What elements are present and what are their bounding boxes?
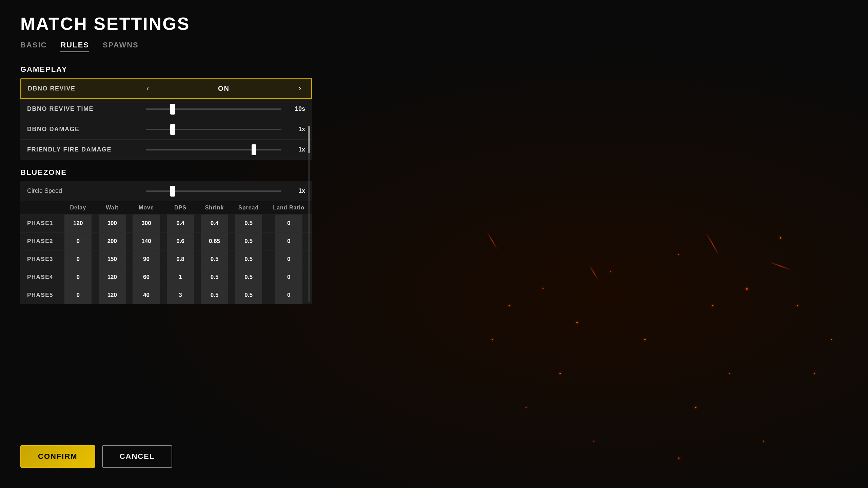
phase-input-delay[interactable] (64, 232, 92, 250)
dbno-revive-time-slider[interactable] (146, 108, 281, 110)
phase-input-shrink[interactable] (201, 232, 228, 250)
phase-cell-dps[interactable] (163, 286, 198, 304)
glow-line (705, 232, 720, 256)
phase-cell-wait[interactable] (95, 286, 130, 304)
phase-input-spread[interactable] (235, 268, 262, 286)
phase-input-delay[interactable] (64, 250, 92, 268)
phase-cell-move[interactable] (129, 286, 163, 304)
phase-input-wait[interactable] (99, 215, 126, 232)
tab-spawns[interactable]: SPAWNS (103, 41, 139, 52)
scrollbar-thumb[interactable] (308, 126, 310, 153)
phase-input-landRatio[interactable] (275, 232, 302, 250)
phase-cell-delay[interactable] (61, 286, 95, 304)
phase-cell-delay[interactable] (61, 215, 95, 232)
dbno-damage-slider[interactable] (146, 129, 281, 130)
phase-cell-wait[interactable] (95, 232, 130, 250)
dbno-damage-thumb[interactable] (170, 124, 175, 135)
phase-input-spread[interactable] (235, 215, 262, 232)
phase-cell-dps[interactable] (163, 232, 198, 250)
phase-input-spread[interactable] (235, 232, 262, 250)
friendly-fire-control: 1x (142, 146, 305, 153)
phase-cell-dps[interactable] (163, 215, 198, 232)
phase-cell-shrink[interactable] (197, 250, 232, 268)
phase-cell-shrink[interactable] (197, 215, 232, 232)
phase-cell-landRatio[interactable] (265, 250, 312, 268)
phase-cell-name: PHASE5 (20, 286, 61, 304)
phase-cell-delay[interactable] (61, 232, 95, 250)
phase-cell-landRatio[interactable] (265, 268, 312, 286)
phase-input-dps[interactable] (167, 268, 194, 286)
phase-input-wait[interactable] (99, 286, 126, 304)
table-row: PHASE4 (20, 268, 312, 286)
phase-input-spread[interactable] (235, 286, 262, 304)
phase-cell-shrink[interactable] (197, 268, 232, 286)
phase-cell-wait[interactable] (95, 215, 130, 232)
phase-cell-wait[interactable] (95, 268, 130, 286)
phase-input-spread[interactable] (235, 250, 262, 268)
phase-input-landRatio[interactable] (275, 215, 302, 232)
phase-cell-shrink[interactable] (197, 286, 232, 304)
dbno-revive-prev-button[interactable]: ‹ (143, 84, 152, 93)
phase-input-shrink[interactable] (201, 215, 228, 232)
phase-cell-spread[interactable] (232, 250, 266, 268)
phase-input-shrink[interactable] (201, 286, 228, 304)
circle-speed-thumb[interactable] (170, 186, 175, 197)
confirm-button[interactable]: CONFIRM (20, 445, 95, 468)
phase-cell-dps[interactable] (163, 250, 198, 268)
phase-cell-landRatio[interactable] (265, 286, 312, 304)
phase-input-move[interactable] (133, 268, 160, 286)
phase-input-move[interactable] (133, 286, 160, 304)
phase-cell-landRatio[interactable] (265, 232, 312, 250)
phase-cell-landRatio[interactable] (265, 215, 312, 232)
circle-speed-slider[interactable] (146, 190, 281, 192)
phase-input-move[interactable] (133, 215, 160, 232)
phase-input-dps[interactable] (167, 250, 194, 268)
dbno-revive-time-thumb[interactable] (170, 104, 175, 115)
ember-particle (797, 305, 798, 306)
phase-cell-wait[interactable] (95, 250, 130, 268)
glow-line (589, 265, 599, 281)
friendly-fire-thumb[interactable] (252, 144, 256, 155)
dbno-revive-next-button[interactable]: › (295, 84, 304, 93)
phase-input-landRatio[interactable] (275, 268, 302, 286)
phase-input-landRatio[interactable] (275, 286, 302, 304)
phase-input-shrink[interactable] (201, 268, 228, 286)
phase-cell-delay[interactable] (61, 268, 95, 286)
phase-cell-shrink[interactable] (197, 232, 232, 250)
col-shrink: Shrink (197, 201, 232, 215)
friendly-fire-label: FRIENDLY FIRE DAMAGE (27, 146, 142, 153)
phase-input-shrink[interactable] (201, 250, 228, 268)
phase-input-move[interactable] (133, 250, 160, 268)
phase-cell-spread[interactable] (232, 268, 266, 286)
phase-input-dps[interactable] (167, 286, 194, 304)
phase-cell-name: PHASE3 (20, 250, 61, 268)
scrollbar-track[interactable] (308, 126, 310, 302)
table-row: PHASE3 (20, 250, 312, 268)
tab-rules[interactable]: RULES (60, 41, 89, 52)
phase-cell-dps[interactable] (163, 268, 198, 286)
phase-cell-delay[interactable] (61, 250, 95, 268)
phase-input-wait[interactable] (99, 250, 126, 268)
phase-input-wait[interactable] (99, 268, 126, 286)
phase-input-delay[interactable] (64, 215, 92, 232)
phase-input-delay[interactable] (64, 286, 92, 304)
phase-input-landRatio[interactable] (275, 250, 302, 268)
friendly-fire-slider[interactable] (146, 149, 281, 150)
phase-input-move[interactable] (133, 232, 160, 250)
cancel-button[interactable]: CANCEL (102, 445, 173, 468)
phase-cell-move[interactable] (129, 250, 163, 268)
phase-input-wait[interactable] (99, 232, 126, 250)
table-row: PHASE5 (20, 286, 312, 304)
phase-cell-spread[interactable] (232, 232, 266, 250)
phase-cell-move[interactable] (129, 232, 163, 250)
phase-cell-spread[interactable] (232, 215, 266, 232)
circle-speed-value: 1x (288, 187, 305, 195)
phase-cell-move[interactable] (129, 268, 163, 286)
tab-basic[interactable]: BASIC (20, 41, 47, 52)
phase-input-dps[interactable] (167, 215, 194, 232)
phase-cell-move[interactable] (129, 215, 163, 232)
phase-cell-spread[interactable] (232, 286, 266, 304)
phase-input-delay[interactable] (64, 268, 92, 286)
ember-particle (678, 254, 679, 255)
phase-input-dps[interactable] (167, 232, 194, 250)
